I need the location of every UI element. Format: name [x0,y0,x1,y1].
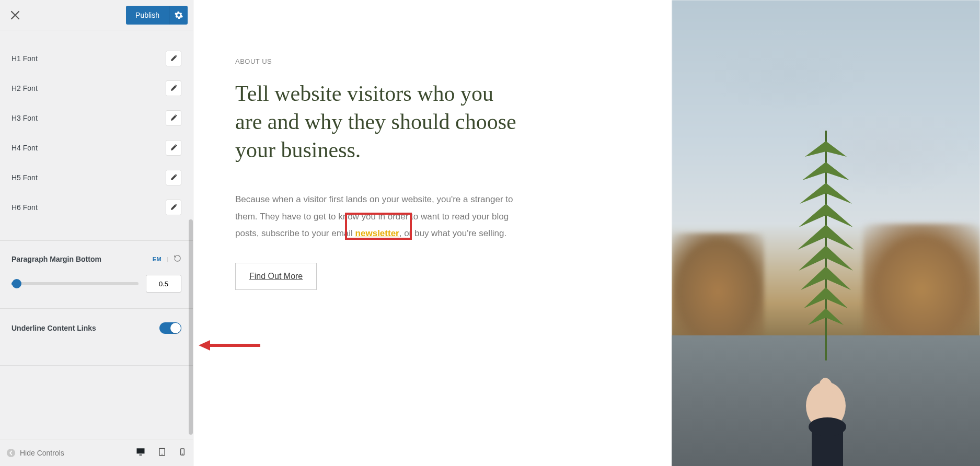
tablet-icon [157,447,167,457]
pencil-icon [170,144,177,152]
pencil-icon [170,55,177,62]
font-row-h5: H5 Font [0,162,193,192]
unit-reset-group: EM | [153,254,181,263]
pencil-icon [170,204,177,211]
hand-icon [788,377,867,466]
newsletter-link-wrapper: newsletter [355,225,399,242]
font-label: H6 Font [11,203,38,212]
mobile-icon [178,447,187,457]
font-row-h6: H6 Font [0,192,193,222]
sidebar-scrollbar[interactable] [189,219,193,435]
font-label: H5 Font [11,173,38,182]
divider [0,365,193,366]
underline-links-title: Underline Content Links [11,324,96,332]
paragraph-margin-header: Paragraph Margin Bottom EM | [11,254,181,263]
device-preview-group [135,447,187,459]
edit-h3-button[interactable] [166,110,181,126]
edit-h4-button[interactable] [166,140,181,156]
hero-image-placeholder [672,0,980,466]
font-row-h2: H2 Font [0,73,193,103]
pencil-icon [170,85,177,92]
fern-icon [794,131,857,360]
font-label: H4 Font [11,144,38,152]
svg-point-7 [809,417,846,436]
underline-links-toggle[interactable] [159,322,181,334]
sidebar-footer: Hide Controls [0,439,193,466]
eyebrow-text: ABOUT US [235,57,517,65]
font-row-h4: H4 Font [0,133,193,162]
unit-button-em[interactable]: EM [153,256,162,262]
gear-icon [175,11,183,19]
close-button[interactable] [5,5,25,25]
newsletter-link[interactable]: newsletter [355,228,399,238]
font-label: H3 Font [11,114,38,122]
font-row-h3: H3 Font [0,103,193,133]
site-preview: ABOUT US Tell website visitors who you a… [193,0,980,466]
slider-row [11,275,181,293]
underline-links-section: Underline Content Links [0,309,193,365]
edit-h2-button[interactable] [166,80,181,96]
font-controls-list: H1 Font H2 Font H3 Font H4 Font H5 Font [0,30,193,240]
svg-point-0 [7,448,15,457]
paragraph-margin-slider[interactable] [11,278,139,289]
paragraph-margin-input[interactable] [146,275,181,293]
font-label: H2 Font [11,84,38,92]
device-mobile-button[interactable] [178,447,187,459]
content-column: ABOUT US Tell website visitors who you a… [214,0,517,466]
toggle-knob [170,323,181,333]
paragraph-margin-section: Paragraph Margin Bottom EM | [0,241,193,308]
publish-settings-button[interactable] [169,6,188,25]
chevron-left-icon [6,448,16,458]
pencil-icon [170,114,177,122]
edit-h1-button[interactable] [166,51,181,66]
font-row-h1: H1 Font [0,43,193,73]
unit-separator: | [167,256,168,262]
headline: Tell website visitors who you are and wh… [235,80,517,164]
hide-controls-button[interactable]: Hide Controls [6,448,64,458]
hide-controls-label: Hide Controls [20,449,64,457]
pencil-icon [170,174,177,181]
sidebar-header: Publish [0,0,193,30]
app-root: Publish H1 Font H2 Font H3 Font [0,0,980,466]
desktop-icon [135,447,146,457]
customizer-sidebar: Publish H1 Font H2 Font H3 Font [0,0,193,466]
slider-track [11,282,139,285]
font-label: H1 Font [11,54,38,63]
find-out-more-button[interactable]: Find Out More [235,263,317,290]
body-text-after: , or buy what you're selling. [399,228,506,238]
hero-image [672,0,980,466]
slider-thumb[interactable] [12,279,21,288]
edit-h5-button[interactable] [166,170,181,185]
body-paragraph: Because when a visitor first lands on yo… [235,191,517,242]
close-icon [10,10,20,20]
publish-button[interactable]: Publish [126,6,169,25]
device-tablet-button[interactable] [157,447,167,459]
device-desktop-button[interactable] [135,447,146,459]
paragraph-margin-title: Paragraph Margin Bottom [11,255,101,263]
reset-button[interactable] [174,254,181,263]
undo-icon [174,254,181,262]
edit-h6-button[interactable] [166,200,181,215]
publish-group: Publish [126,6,188,25]
